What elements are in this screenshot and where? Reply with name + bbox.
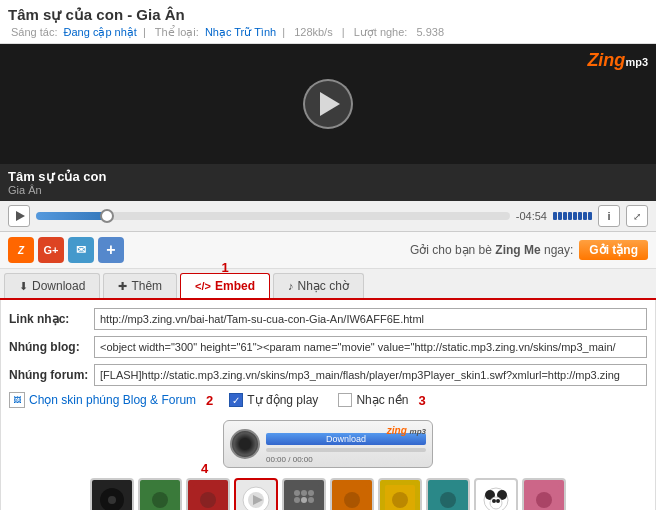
vol-seg-4 (568, 212, 572, 220)
nhung-blog-input[interactable] (94, 336, 647, 358)
tab-download[interactable]: ⬇ Download (4, 273, 100, 298)
mini-controls: Download 00:00 / 00:00 (266, 433, 426, 464)
nhung-forum-row: Nhúng forum: (9, 364, 647, 386)
genre-link[interactable]: Nhạc Trữ Tình (205, 26, 276, 38)
svg-point-15 (308, 497, 314, 503)
skin-thumb-white[interactable] (234, 478, 278, 510)
zing-logo: Zingmp3 (587, 50, 648, 71)
tab-download-label: Download (32, 279, 85, 293)
info-button[interactable]: i (598, 205, 620, 227)
add-button[interactable]: + (98, 237, 124, 263)
sep3: | (342, 26, 345, 38)
seek-bar[interactable] (36, 212, 510, 220)
mini-progress-bar[interactable] (266, 448, 426, 452)
svg-point-21 (440, 492, 456, 508)
link-nhac-input[interactable] (94, 308, 647, 330)
skin-thumb-green[interactable] (138, 478, 182, 510)
sep2: | (282, 26, 285, 38)
nhac-nen-checkbox[interactable] (338, 393, 352, 407)
author-link[interactable]: Đang cập nhật (64, 26, 137, 38)
mini-disc (230, 429, 260, 459)
plus-circle-icon: ✚ (118, 280, 127, 293)
chon-skin-label: Chọn skin phúng Blog & Forum (29, 393, 196, 407)
fullscreen-button[interactable]: ⤢ (626, 205, 648, 227)
zing-share-button[interactable]: Z (8, 237, 34, 263)
google-share-button[interactable]: G+ (38, 237, 64, 263)
skin-thumb-panda[interactable] (474, 478, 518, 510)
svg-point-13 (294, 497, 300, 503)
download-icon: ⬇ (19, 280, 28, 293)
vol-seg-1 (553, 212, 557, 220)
skin-thumb-orange[interactable] (330, 478, 374, 510)
tu-dong-play-label: Tự động play (247, 393, 318, 407)
mini-zing-logo: zing mp3 (387, 425, 426, 436)
skin-thumb-red[interactable] (186, 478, 230, 510)
annotation-2: 2 (206, 393, 213, 408)
tab-embed-label: Embed (215, 279, 255, 293)
nhung-blog-row: Nhúng blog: (9, 336, 647, 358)
chon-skin-link[interactable]: 🖼 Chọn skin phúng Blog & Forum (9, 392, 196, 408)
nhung-forum-label: Nhúng forum: (9, 368, 94, 382)
bitrate: 128kb/s (294, 26, 333, 38)
tab-nhac-cho-label: Nhạc chờ (297, 279, 348, 293)
music-icon: ♪ (288, 280, 294, 292)
svg-point-5 (200, 492, 216, 508)
skin-preview-area: zing mp3 Download 00:00 / 00:00 4 (9, 416, 647, 474)
vol-seg-6 (578, 212, 582, 220)
svg-point-26 (492, 499, 496, 503)
svg-point-1 (108, 496, 116, 504)
skin-row: 🖼 Chọn skin phúng Blog & Forum 2 ✓ Tự độ… (9, 392, 647, 408)
play-pause-button[interactable] (8, 205, 30, 227)
skin-icon: 🖼 (9, 392, 25, 408)
send-label: Gởi cho bạn bè Zing Me ngay: (410, 243, 573, 257)
tab-nhac-cho[interactable]: ♪ Nhạc chờ (273, 273, 364, 298)
luot-nghe-label: Lượt nghe: (354, 26, 408, 38)
nhung-forum-input[interactable] (94, 364, 647, 386)
vol-seg-2 (558, 212, 562, 220)
social-icons: Z G+ ✉ + (8, 237, 124, 263)
skin-thumb-yellow[interactable] (378, 478, 422, 510)
progress-thumb[interactable] (100, 209, 114, 223)
tab-them[interactable]: ✚ Thêm (103, 273, 177, 298)
svg-point-19 (392, 492, 408, 508)
mini-player: zing mp3 Download 00:00 / 00:00 (223, 420, 433, 468)
svg-point-11 (301, 490, 307, 496)
svg-point-17 (344, 492, 360, 508)
annotation-1: 1 (221, 260, 228, 275)
listen-count: 5.938 (416, 26, 444, 38)
page-title: Tâm sự của con - Gia Ân (8, 6, 648, 24)
mail-share-button[interactable]: ✉ (68, 237, 94, 263)
skin-thumb-dots[interactable] (282, 478, 326, 510)
gui-tang-button[interactable]: Gởi tặng (579, 240, 648, 260)
send-friend-area: Gởi cho bạn bè Zing Me ngay: Gởi tặng (410, 240, 648, 260)
svg-point-27 (496, 499, 500, 503)
svg-point-14 (301, 497, 307, 503)
sep1: | (143, 26, 146, 38)
progress-fill (36, 212, 107, 220)
song-info-bar: Tâm sự của con Gia Ân (0, 164, 656, 201)
mini-time: 00:00 / 00:00 (266, 455, 426, 464)
svg-point-12 (308, 490, 314, 496)
tu-dong-play-group: ✓ Tự động play (229, 393, 318, 407)
song-name: Tâm sự của con (8, 169, 648, 184)
embed-content: Link nhạc: Nhúng blog: Nhúng forum: 🖼 Ch… (0, 300, 656, 510)
skin-thumb-black[interactable] (90, 478, 134, 510)
annotation-3: 3 (418, 393, 425, 408)
header: Tâm sự của con - Gia Ân Sáng tác: Đang c… (0, 0, 656, 269)
nhac-nen-label: Nhạc nền (356, 393, 408, 407)
tab-embed[interactable]: 1 </> Embed (180, 273, 270, 298)
video-player: Zingmp3 (0, 44, 656, 164)
tu-dong-play-checkbox[interactable]: ✓ (229, 393, 243, 407)
header-meta: Sáng tác: Đang cập nhật | Thể loại: Nhạc… (8, 26, 648, 39)
mini-mp3-label: mp3 (410, 427, 426, 436)
skin-thumb-teal[interactable] (426, 478, 470, 510)
skin-thumb-pink[interactable] (522, 478, 566, 510)
mini-zing-brand: zing (387, 425, 407, 436)
tabs-bar: ⬇ Download ✚ Thêm 1 </> Embed ♪ Nhạc chờ (0, 269, 656, 300)
play-button-large[interactable] (303, 79, 353, 129)
vol-seg-3 (563, 212, 567, 220)
nhac-nen-group: Nhạc nền (338, 393, 408, 407)
svg-point-10 (294, 490, 300, 496)
svg-point-29 (536, 492, 552, 508)
volume-bar[interactable] (553, 212, 592, 220)
